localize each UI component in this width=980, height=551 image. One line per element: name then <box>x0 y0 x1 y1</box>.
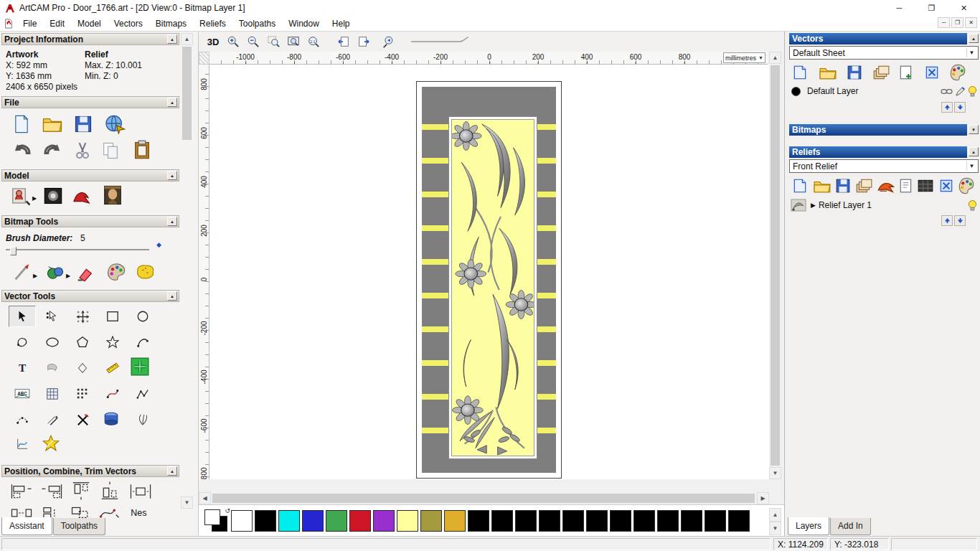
zoom-100-icon[interactable]: 1:1 <box>305 34 322 50</box>
model-relief-tool-icon[interactable] <box>10 185 32 207</box>
save-model-icon[interactable] <box>73 113 93 135</box>
palette-swatch-11[interactable] <box>491 510 513 532</box>
close-icon[interactable]: ✕ <box>948 0 980 16</box>
menu-item-edit[interactable]: Edit <box>43 16 71 31</box>
relief-colors-icon[interactable] <box>957 176 976 195</box>
canvas-scroll-up-icon[interactable]: ▲ <box>769 52 781 64</box>
new-vector-layer-icon[interactable] <box>792 65 808 80</box>
bitmaps-panel-header[interactable]: Bitmaps <box>789 124 967 136</box>
palette-swatch-19[interactable] <box>681 510 702 532</box>
palette-swatch-20[interactable] <box>705 510 726 532</box>
primary-color-swatch[interactable] <box>204 509 220 525</box>
block-paste-icon[interactable] <box>129 356 151 377</box>
delete-layer-icon[interactable] <box>924 65 940 80</box>
canvas-scroll-left-icon[interactable]: ◀ <box>199 492 211 504</box>
layer-colors-icon[interactable] <box>948 63 967 82</box>
palette-swatch-10[interactable] <box>468 510 489 532</box>
relief-stack-icon[interactable] <box>855 178 872 194</box>
palette-swatch-16[interactable] <box>610 510 631 532</box>
palette-swatch-7[interactable] <box>397 510 418 532</box>
maximize-icon[interactable]: ❐ <box>915 0 948 16</box>
menu-item-reliefs[interactable]: Reliefs <box>193 16 232 31</box>
create-diamond-icon[interactable] <box>69 357 96 379</box>
tab-addin[interactable]: Add In <box>830 518 871 535</box>
relief-visibility-bulb-icon[interactable] <box>968 199 977 212</box>
star-wizard-icon[interactable] <box>39 432 63 455</box>
redo-icon[interactable] <box>42 142 63 161</box>
menu-item-file[interactable]: File <box>17 16 43 31</box>
design-canvas[interactable] <box>209 65 769 479</box>
trim-vectors-icon[interactable] <box>69 409 96 430</box>
palette-swatch-18[interactable] <box>657 510 679 532</box>
collapse-up-icon[interactable]: ▲ <box>167 217 177 226</box>
copy-icon[interactable] <box>100 141 121 161</box>
relief-layer-down-icon[interactable] <box>954 215 966 226</box>
assistant-scroll-up-icon[interactable]: ▲ <box>181 33 193 45</box>
relief-mesh-icon[interactable] <box>917 178 934 194</box>
brush-diameter-slider-thumb[interactable] <box>10 247 17 255</box>
tab-toolpaths[interactable]: Toolpaths <box>53 518 105 535</box>
flood-fill-icon[interactable] <box>44 263 66 283</box>
canvas-scroll-down-icon[interactable]: ▼ <box>769 467 781 479</box>
bitmap-to-vector-icon[interactable] <box>39 383 66 405</box>
menu-item-help[interactable]: Help <box>326 16 357 31</box>
flyout-arrow-icon[interactable]: ▶ <box>66 273 70 279</box>
menu-item-bitmaps[interactable]: Bitmaps <box>149 16 193 31</box>
cut-icon[interactable] <box>73 141 92 161</box>
relief-layer-up-icon[interactable] <box>941 215 953 226</box>
color-palette-icon[interactable] <box>105 261 128 283</box>
section-header-project-information[interactable]: Project Information ▲ <box>1 33 179 45</box>
new-relief-layer-icon[interactable] <box>792 178 808 194</box>
sponge-icon[interactable] <box>135 261 156 283</box>
menu-item-window[interactable]: Window <box>282 16 326 31</box>
offset-vector-icon[interactable] <box>39 409 66 430</box>
view-3d-button[interactable]: 3D <box>204 34 222 50</box>
create-text-icon[interactable]: T <box>9 357 36 379</box>
assistant-scroll-down-icon[interactable]: ▼ <box>181 496 193 509</box>
palette-swatch-15[interactable] <box>586 510 608 532</box>
palette-swatch-5[interactable] <box>349 510 371 532</box>
menu-item-vectors[interactable]: Vectors <box>108 16 149 31</box>
brush-diameter-slider[interactable] <box>6 249 149 250</box>
save-vector-layer-icon[interactable] <box>847 65 862 80</box>
collapse-up-icon[interactable]: ▲ <box>167 98 177 107</box>
create-polygon-icon[interactable] <box>69 331 96 353</box>
zoom-box-icon[interactable] <box>265 34 282 50</box>
extrude-tool-icon[interactable] <box>99 408 123 430</box>
mdi-minimize-icon[interactable]: ─ <box>938 17 950 28</box>
paste-along-curve-icon[interactable] <box>69 383 96 405</box>
palette-scroll-down-icon[interactable]: ▼ <box>769 522 781 535</box>
model-image-wizard-icon[interactable] <box>102 184 123 207</box>
arc-through-points-icon[interactable] <box>9 409 36 430</box>
palette-swatch-4[interactable] <box>326 510 347 532</box>
collapse-up-icon[interactable]: ▲ <box>167 34 177 44</box>
create-star-icon[interactable] <box>99 331 126 353</box>
layer-link-icon[interactable] <box>941 87 953 96</box>
expand-arrow-icon[interactable]: ▶ <box>811 202 816 209</box>
door-design-page[interactable] <box>416 81 562 479</box>
model-greyscale-icon[interactable] <box>43 185 63 207</box>
document-icon[interactable] <box>4 19 14 29</box>
assistant-scrollbar-thumb[interactable] <box>182 47 192 140</box>
zoom-out-icon[interactable] <box>245 34 262 50</box>
palette-swatch-1[interactable] <box>255 510 276 532</box>
create-arc-icon[interactable] <box>129 331 156 353</box>
align-right-icon[interactable] <box>40 482 63 501</box>
fan-curves-icon[interactable] <box>129 409 156 430</box>
tab-layers[interactable]: Layers <box>788 517 829 535</box>
bitmaps-expand-icon[interactable]: ▼ <box>969 125 979 134</box>
relief-new-sheet-icon[interactable] <box>898 178 914 194</box>
center-in-page-icon[interactable] <box>129 482 152 501</box>
nesting-tool-icon[interactable]: Nes <box>129 504 154 521</box>
palette-swatch-2[interactable] <box>278 510 300 532</box>
menu-item-toolpaths[interactable]: Toolpaths <box>232 16 282 31</box>
eraser-icon[interactable] <box>75 263 95 283</box>
relief-3d-tool-icon[interactable] <box>877 176 895 194</box>
palette-swatch-6[interactable] <box>373 510 395 532</box>
create-circle-icon[interactable] <box>39 331 66 353</box>
align-top-icon[interactable] <box>70 481 92 501</box>
free-shape-icon[interactable] <box>9 331 36 353</box>
open-relief-layer-icon[interactable] <box>814 178 831 194</box>
reliefs-collapse-icon[interactable]: ▲ <box>969 147 979 156</box>
create-ellipse-icon[interactable] <box>129 306 156 327</box>
